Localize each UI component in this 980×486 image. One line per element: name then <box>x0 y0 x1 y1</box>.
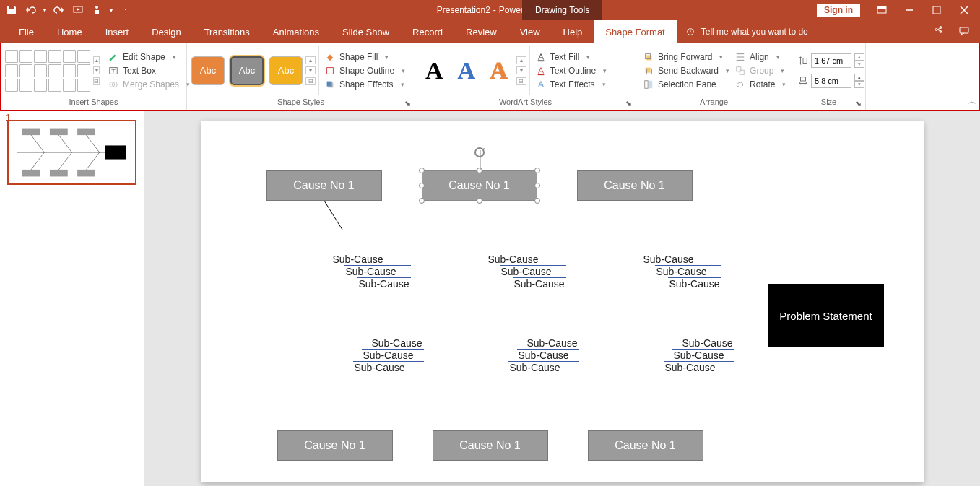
width-spinner[interactable]: ▴▾ <box>854 74 864 88</box>
svg-rect-27 <box>22 129 40 136</box>
tab-view[interactable]: View <box>508 20 552 43</box>
selection-pane-button[interactable]: Selection Pane <box>641 79 732 90</box>
group-button: Group <box>732 65 789 77</box>
qat-customize-icon[interactable]: ⋯ <box>120 6 126 14</box>
maximize-icon[interactable] <box>931 4 942 16</box>
wordart-style-1[interactable]: A <box>425 57 443 84</box>
slide-panel[interactable]: 1 <box>0 111 144 486</box>
bring-forward-button[interactable]: Bring Forward <box>641 51 732 63</box>
shape-outline-button[interactable]: Shape Outline <box>322 65 408 77</box>
problem-statement-box[interactable]: Problem Statement <box>768 284 884 347</box>
shape-styles-launcher-icon[interactable]: ⬊ <box>403 99 412 108</box>
selected-shape[interactable]: Cause No 1 <box>422 170 537 201</box>
shape-style-3[interactable]: Abc <box>269 56 303 85</box>
svg-rect-26 <box>105 145 126 159</box>
tab-design[interactable]: Design <box>140 20 192 43</box>
start-from-beginning-icon[interactable] <box>72 4 84 16</box>
subcauses-bottom-3[interactable]: Sub-CauseSub-CauseSub-Cause <box>664 337 734 373</box>
rotate-button[interactable]: Rotate <box>732 79 789 90</box>
svg-line-38 <box>87 152 100 170</box>
group-label-arrange: Arrange <box>636 97 792 110</box>
undo-icon[interactable] <box>25 4 36 16</box>
text-effects-button[interactable]: Text Effects <box>533 79 610 90</box>
tab-shape-format[interactable]: Shape Format <box>594 20 676 43</box>
collapse-ribbon-icon[interactable]: ︿ <box>965 43 979 110</box>
shapes-gallery-more[interactable]: ▴▾⊟ <box>93 56 100 85</box>
svg-rect-14 <box>537 74 544 75</box>
ribbon-display-icon[interactable] <box>876 4 888 16</box>
touch-mode-icon[interactable] <box>91 4 103 16</box>
edit-shape-button[interactable]: Edit Shape <box>105 51 193 63</box>
align-button[interactable]: Align <box>732 51 789 63</box>
svg-rect-30 <box>22 170 40 177</box>
svg-rect-15 <box>646 55 651 60</box>
tab-record[interactable]: Record <box>401 20 454 43</box>
minimize-icon[interactable] <box>903 4 915 16</box>
wordart-more[interactable]: ▴▾⊟ <box>516 56 526 85</box>
wordart-style-2[interactable]: A <box>458 57 476 84</box>
shape-effects-button[interactable]: Shape Effects <box>322 79 408 90</box>
size-launcher-icon[interactable]: ⬊ <box>854 99 862 108</box>
slide-thumbnail-1[interactable] <box>7 120 136 185</box>
svg-rect-21 <box>737 66 741 71</box>
shape-style-more[interactable]: ▴▾⊟ <box>305 56 316 85</box>
text-fill-button[interactable]: Text Fill <box>533 51 610 63</box>
svg-line-36 <box>31 152 44 170</box>
group-label-size: Size⬊ <box>792 97 865 110</box>
close-icon[interactable] <box>958 4 970 16</box>
slide[interactable]: Cause No 1 Cause No 1 Cause No 1 Cause N… <box>201 121 924 482</box>
cause-box-top-1[interactable]: Cause No 1 <box>266 170 382 201</box>
shape-height-input[interactable] <box>811 53 851 68</box>
svg-rect-12 <box>328 82 333 87</box>
cause-box-bottom-1[interactable]: Cause No 1 <box>277 430 393 461</box>
shape-width-input[interactable] <box>811 74 851 88</box>
tab-file[interactable]: File <box>7 20 45 43</box>
share-icon[interactable] <box>934 25 945 39</box>
wordart-launcher-icon[interactable]: ⬊ <box>624 99 633 108</box>
subcauses-top-1[interactable]: Sub-CauseSub-CauseSub-Cause <box>331 253 411 290</box>
svg-line-40 <box>324 201 396 230</box>
cause-box-top-3[interactable]: Cause No 1 <box>577 170 693 201</box>
shape-style-2[interactable]: Abc <box>230 56 264 85</box>
sign-in-button[interactable]: Sign in <box>817 4 860 17</box>
comments-icon[interactable] <box>958 25 970 39</box>
text-outline-button[interactable]: Text Outline <box>533 65 610 77</box>
svg-rect-13 <box>537 60 544 61</box>
tab-animations[interactable]: Animations <box>261 20 331 43</box>
height-spinner[interactable]: ▴▾ <box>854 53 864 68</box>
tab-review[interactable]: Review <box>454 20 508 43</box>
shape-style-1[interactable]: Abc <box>191 56 225 85</box>
undo-dropdown-icon[interactable]: ▾ <box>43 7 46 14</box>
redo-icon[interactable] <box>53 4 65 16</box>
tab-help[interactable]: Help <box>552 20 594 43</box>
svg-rect-32 <box>77 170 95 177</box>
subcauses-bottom-1[interactable]: Sub-CauseSub-CauseSub-Cause <box>353 337 424 373</box>
svg-rect-31 <box>50 170 68 177</box>
svg-rect-6 <box>960 27 968 33</box>
text-box-button[interactable]: Text Box <box>105 65 193 77</box>
shapes-gallery[interactable] <box>5 50 90 92</box>
tab-transitions[interactable]: Transitions <box>193 20 261 43</box>
svg-point-1 <box>95 6 98 9</box>
cause-box-bottom-3[interactable]: Cause No 1 <box>588 430 703 461</box>
touch-dropdown-icon[interactable]: ▾ <box>110 7 113 14</box>
subcauses-bottom-2[interactable]: Sub-CauseSub-CauseSub-Cause <box>508 337 579 373</box>
tab-slideshow[interactable]: Slide Show <box>331 20 401 43</box>
tab-home[interactable]: Home <box>45 20 94 43</box>
send-backward-button[interactable]: Send Backward <box>641 65 732 77</box>
save-icon[interactable] <box>6 4 17 16</box>
shape-style-gallery[interactable]: Abc Abc Abc <box>191 56 303 85</box>
wordart-style-3[interactable]: A <box>490 57 508 84</box>
wordart-gallery[interactable]: A A A <box>420 57 513 84</box>
cause-box-bottom-2[interactable]: Cause No 1 <box>433 430 548 461</box>
svg-line-33 <box>31 135 44 152</box>
tell-me-search[interactable]: Tell me what you want to do <box>685 20 808 43</box>
subcauses-top-2[interactable]: Sub-CauseSub-CauseSub-Cause <box>487 253 566 290</box>
shape-fill-button[interactable]: Shape Fill <box>322 51 408 63</box>
svg-line-34 <box>58 135 71 152</box>
subcauses-top-3[interactable]: Sub-CauseSub-CauseSub-Cause <box>642 253 721 290</box>
cause-box-top-2[interactable]: Cause No 1 <box>422 170 537 201</box>
svg-rect-10 <box>327 67 334 74</box>
tab-insert[interactable]: Insert <box>94 20 141 43</box>
slide-canvas-area[interactable]: Cause No 1 Cause No 1 Cause No 1 Cause N… <box>144 111 980 486</box>
